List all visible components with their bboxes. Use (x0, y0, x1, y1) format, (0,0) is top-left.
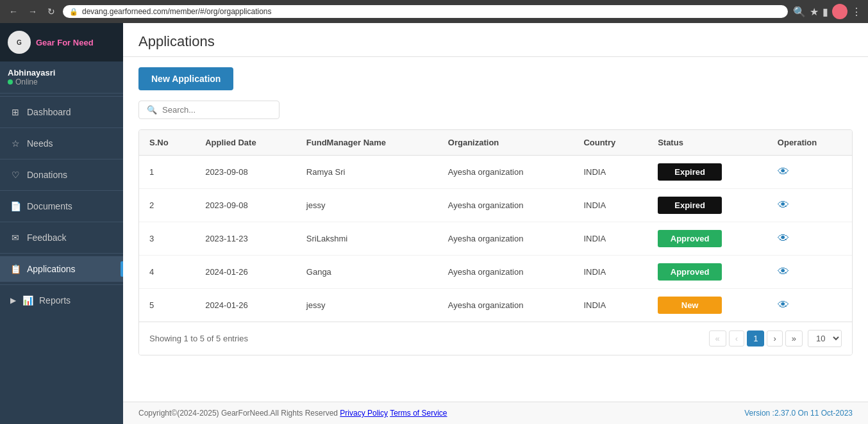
dashboard-icon: ⊞ (10, 107, 21, 117)
sidebar-divider-7 (0, 284, 123, 285)
last-page-button[interactable]: » (785, 330, 803, 347)
cell-sno: 5 (139, 289, 195, 322)
cell-status: Expired (647, 189, 767, 222)
profile-avatar-button[interactable] (832, 4, 847, 19)
applications-table: S.No Applied Date FundManager Name Organ… (139, 130, 852, 322)
status-badge: New (658, 297, 722, 314)
sidebar-divider-3 (0, 159, 123, 159)
sidebar-toggle-button[interactable]: ▮ (822, 6, 828, 18)
sidebar-item-reports[interactable]: ▶ 📊 Reports (0, 288, 123, 313)
user-name: Abhinayasri (8, 68, 115, 77)
search-browser-button[interactable]: 🔍 (793, 6, 806, 18)
footer-copyright: Copyright©(2024-2025) GearForNeed.All Ri… (138, 409, 447, 418)
view-button[interactable]: 👁 (778, 232, 789, 245)
col-organization: Organization (438, 130, 574, 156)
col-country: Country (573, 130, 647, 156)
footer: Copyright©(2024-2025) GearForNeed.All Ri… (123, 402, 868, 424)
logo-text: Gear For Need (36, 38, 94, 47)
back-button[interactable]: ← (6, 5, 21, 18)
cell-country: INDIA (573, 289, 647, 322)
url-text: devang.gearforneed.com/member/#/org/orga… (82, 7, 272, 16)
sidebar-item-feedback[interactable]: ✉ Feedback (0, 225, 123, 250)
col-sno: S.No (139, 130, 195, 156)
content-header: Applications (123, 23, 868, 57)
view-button[interactable]: 👁 (778, 165, 789, 179)
cell-date: 2024-01-26 (195, 256, 296, 289)
cell-fund-manager: jessy (296, 289, 438, 322)
sidebar-label-needs: Needs (27, 138, 53, 149)
status-label: Online (15, 77, 38, 86)
cell-status: New (647, 289, 767, 322)
cell-date: 2024-01-26 (195, 289, 296, 322)
cell-country: INDIA (573, 189, 647, 222)
table-header-row: S.No Applied Date FundManager Name Organ… (139, 130, 852, 156)
page-title: Applications (138, 33, 853, 50)
logo-icon: G (8, 31, 31, 54)
status-dot (8, 79, 13, 85)
search-container: 🔍 (138, 101, 853, 119)
cell-fund-manager: Ramya Sri (296, 156, 438, 189)
cell-operation: 👁 (767, 256, 852, 289)
next-page-button[interactable]: › (767, 330, 782, 347)
logo-brand-name: Gear For Need (36, 38, 94, 47)
sidebar-item-applications[interactable]: 📋 Applications (0, 256, 123, 282)
documents-icon: 📄 (10, 201, 21, 211)
status-badge: Approved (658, 230, 722, 247)
sidebar-label-reports: Reports (39, 295, 71, 306)
pagination-controls: « ‹ 1 › » (709, 330, 803, 347)
page-size-select[interactable]: 10 25 50 (808, 330, 842, 347)
copyright-text: Copyright©(2024-2025) GearForNeed.All Ri… (138, 409, 338, 418)
cell-sno: 1 (139, 156, 195, 189)
reload-button[interactable]: ↻ (45, 5, 58, 18)
view-button[interactable]: 👁 (778, 199, 789, 212)
sidebar-label-dashboard: Dashboard (27, 107, 71, 117)
menu-button[interactable]: ⋮ (851, 6, 862, 18)
sidebar-label-donations: Donations (27, 170, 67, 180)
cell-sno: 2 (139, 189, 195, 222)
applications-icon: 📋 (10, 264, 21, 274)
address-bar[interactable]: 🔒 devang.gearforneed.com/member/#/org/or… (63, 5, 788, 18)
content-area: Applications New Application 🔍 S.No Appl… (123, 23, 868, 424)
forward-button[interactable]: → (26, 5, 40, 18)
bookmark-button[interactable]: ★ (810, 6, 819, 18)
view-button[interactable]: 👁 (778, 298, 789, 312)
lock-icon: 🔒 (69, 8, 78, 16)
cell-status: Expired (647, 156, 767, 189)
cell-sno: 3 (139, 222, 195, 256)
sidebar-divider-6 (0, 253, 123, 254)
pagination-row: Showing 1 to 5 of 5 entries « ‹ 1 › » 10… (139, 322, 852, 355)
view-button[interactable]: 👁 (778, 265, 789, 279)
applications-table-container: S.No Applied Date FundManager Name Organ… (138, 129, 853, 355)
active-indicator (121, 261, 123, 277)
reports-chevron-icon: ▶ (10, 296, 16, 305)
sidebar-item-needs[interactable]: ☆ Needs (0, 131, 123, 156)
needs-icon: ☆ (10, 138, 21, 149)
search-input[interactable] (162, 105, 271, 115)
col-applied-date: Applied Date (195, 130, 296, 156)
col-operation: Operation (767, 130, 852, 156)
cell-date: 2023-09-08 (195, 189, 296, 222)
cell-status: Approved (647, 256, 767, 289)
page-1-button[interactable]: 1 (747, 330, 764, 347)
privacy-policy-link[interactable]: Privacy Policy (340, 409, 388, 418)
table-body: 1 2023-09-08 Ramya Sri Ayesha organizati… (139, 156, 852, 322)
sidebar-item-dashboard[interactable]: ⊞ Dashboard (0, 99, 123, 125)
table-header: S.No Applied Date FundManager Name Organ… (139, 130, 852, 156)
cell-date: 2023-09-08 (195, 156, 296, 189)
sidebar-item-donations[interactable]: ♡ Donations (0, 162, 123, 188)
search-icon: 🔍 (147, 105, 157, 115)
sidebar-divider-2 (0, 127, 123, 128)
prev-page-button[interactable]: ‹ (729, 330, 744, 347)
status-badge: Approved (658, 263, 722, 281)
sidebar-label-applications: Applications (27, 264, 76, 274)
sidebar-logo: G Gear For Need (0, 23, 123, 61)
search-box: 🔍 (138, 101, 280, 119)
sidebar-item-documents[interactable]: 📄 Documents (0, 193, 123, 219)
cell-organization: Ayesha organization (438, 256, 574, 289)
first-page-button[interactable]: « (709, 330, 726, 347)
cell-operation: 👁 (767, 222, 852, 256)
cell-operation: 👁 (767, 189, 852, 222)
sidebar-divider (0, 96, 123, 97)
terms-link[interactable]: Terms of Service (390, 409, 447, 418)
new-application-button[interactable]: New Application (138, 67, 233, 90)
